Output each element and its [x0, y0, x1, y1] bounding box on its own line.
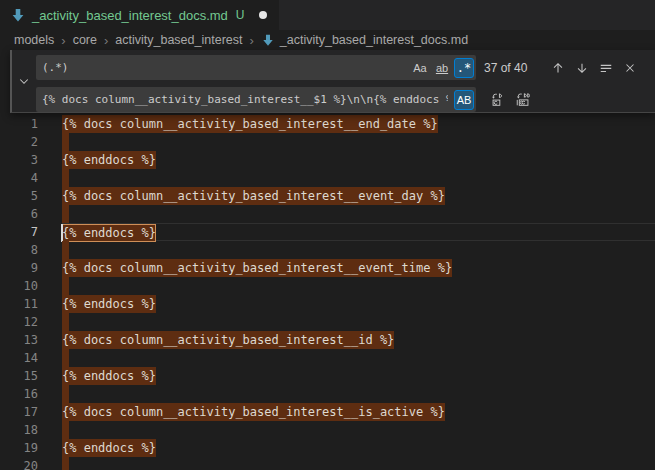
- editor-line[interactable]: 19 {% enddocs %}: [0, 439, 655, 457]
- line-number: 11: [0, 295, 38, 313]
- find-match-empty-line: [62, 313, 69, 331]
- whole-word-toggle[interactable]: ab: [432, 58, 452, 78]
- editor-line[interactable]: 3 {% enddocs %}: [0, 151, 655, 169]
- editor-line[interactable]: 9 {% docs column__activity_based_interes…: [0, 259, 655, 277]
- find-match-empty-line: [62, 241, 69, 259]
- editor-lines: 1 {% docs column__activity_based_interes…: [0, 115, 655, 470]
- find-in-selection-button[interactable]: [596, 58, 616, 78]
- close-icon: [623, 61, 637, 75]
- find-match: {% enddocs %}: [62, 367, 156, 385]
- editor-line[interactable]: 16: [0, 385, 655, 403]
- line-number: 5: [0, 187, 38, 205]
- previous-match-button[interactable]: [548, 58, 568, 78]
- line-content: {% docs column__activity_based_interest_…: [62, 403, 655, 421]
- replace-all-button[interactable]: [512, 90, 532, 110]
- editor-line[interactable]: 18: [0, 421, 655, 439]
- find-match-empty-line: [62, 421, 69, 439]
- match-case-toggle[interactable]: Aa: [410, 58, 430, 78]
- line-content: {% docs column__activity_based_interest_…: [62, 259, 655, 277]
- breadcrumb-item-file[interactable]: _activity_based_interest_docs.md: [261, 33, 468, 47]
- dirty-indicator-icon[interactable]: [259, 11, 267, 19]
- line-number: 7: [0, 223, 38, 241]
- find-match-empty-line: [62, 457, 69, 470]
- editor-line[interactable]: 15 {% enddocs %}: [0, 367, 655, 385]
- editor-line[interactable]: 4: [0, 169, 655, 187]
- line-number: 18: [0, 421, 38, 439]
- replace-all-icon: [515, 92, 530, 107]
- match-count: 37 of 40: [484, 61, 544, 75]
- editor-line[interactable]: 11 {% enddocs %}: [0, 295, 655, 313]
- find-match: {% enddocs %}: [62, 151, 156, 169]
- line-content: {% enddocs %}: [62, 439, 655, 457]
- regex-toggle[interactable]: .*: [454, 58, 474, 78]
- tab-active-file[interactable]: _activity_based_interest_docs.md U: [0, 0, 279, 30]
- line-content: {% enddocs %}: [62, 151, 655, 169]
- find-match: {% docs column__activity_based_interest_…: [62, 115, 438, 133]
- line-content: [62, 349, 655, 367]
- line-number: 16: [0, 385, 38, 403]
- tab-filename: _activity_based_interest_docs.md: [32, 8, 228, 23]
- tab-bar: _activity_based_interest_docs.md U: [0, 0, 655, 30]
- line-content: {% docs column__activity_based_interest_…: [62, 331, 655, 349]
- replace-button[interactable]: [488, 90, 508, 110]
- find-input[interactable]: [36, 61, 408, 74]
- line-number: 3: [0, 151, 38, 169]
- find-match: {% docs column__activity_based_interest_…: [62, 259, 452, 277]
- line-content: {% enddocs %}: [62, 295, 655, 313]
- editor-line[interactable]: 13 {% docs column__activity_based_intere…: [0, 331, 655, 349]
- next-match-button[interactable]: [572, 58, 592, 78]
- line-number: 15: [0, 367, 38, 385]
- find-match-empty-line: [62, 169, 69, 187]
- breadcrumb-item-core[interactable]: core: [73, 33, 97, 47]
- editor-line[interactable]: 8: [0, 241, 655, 259]
- line-number: 12: [0, 313, 38, 331]
- find-replace-widget: Aa ab .* 37 of 40: [10, 50, 655, 113]
- replace-input[interactable]: [36, 93, 452, 106]
- editor-line[interactable]: 12: [0, 313, 655, 331]
- editor-line[interactable]: 7 {% enddocs %}: [0, 223, 655, 241]
- breadcrumb-file-label: _activity_based_interest_docs.md: [280, 33, 468, 47]
- find-match: {% docs column__activity_based_interest_…: [62, 331, 394, 349]
- replace-input-wrap: AB: [36, 87, 476, 112]
- line-content: {% docs column__activity_based_interest_…: [62, 187, 655, 205]
- find-match: {% docs column__activity_based_interest_…: [62, 187, 445, 205]
- line-number: 8: [0, 241, 38, 259]
- line-number: 1: [0, 115, 38, 133]
- editor-line[interactable]: 10: [0, 277, 655, 295]
- breadcrumb-separator: ›: [104, 33, 108, 48]
- line-content: {% enddocs %}: [62, 367, 655, 385]
- selection-lines-icon: [599, 61, 613, 75]
- editor-pane[interactable]: 1 {% docs column__activity_based_interes…: [0, 50, 655, 470]
- arrow-down-icon: [575, 61, 589, 75]
- editor-line[interactable]: 6: [0, 205, 655, 223]
- editor-line[interactable]: 1 {% docs column__activity_based_interes…: [0, 115, 655, 133]
- editor-line[interactable]: 14: [0, 349, 655, 367]
- vscode-window: _activity_based_interest_docs.md U model…: [0, 0, 655, 470]
- chevron-down-icon: [18, 75, 30, 87]
- line-content: [62, 457, 655, 470]
- breadcrumb-item-activity-based-interest[interactable]: activity_based_interest: [115, 33, 242, 47]
- line-number: 19: [0, 439, 38, 457]
- close-find-button[interactable]: [620, 58, 640, 78]
- find-match: {% docs column__activity_based_interest_…: [62, 403, 445, 421]
- current-find-match: {% enddocs %}: [62, 224, 156, 242]
- editor-line[interactable]: 20: [0, 457, 655, 470]
- find-match-empty-line: [62, 349, 69, 367]
- line-number: 14: [0, 349, 38, 367]
- breadcrumb-item-models[interactable]: models: [14, 33, 54, 47]
- text-cursor: [61, 224, 63, 242]
- replace-icon: [491, 92, 506, 107]
- toggle-replace-button[interactable]: [12, 50, 36, 112]
- editor-line[interactable]: 2: [0, 133, 655, 151]
- line-content: [62, 277, 655, 295]
- preserve-case-toggle[interactable]: AB: [454, 90, 474, 110]
- markdown-file-icon: [261, 33, 275, 47]
- editor-line[interactable]: 17 {% docs column__activity_based_intere…: [0, 403, 655, 421]
- editor-line[interactable]: 5 {% docs column__activity_based_interes…: [0, 187, 655, 205]
- find-match-empty-line: [62, 385, 69, 403]
- line-number: 10: [0, 277, 38, 295]
- line-content: {% docs column__activity_based_interest_…: [62, 115, 655, 133]
- line-content: [62, 385, 655, 403]
- line-content: [62, 241, 655, 259]
- find-match-empty-line: [62, 277, 69, 295]
